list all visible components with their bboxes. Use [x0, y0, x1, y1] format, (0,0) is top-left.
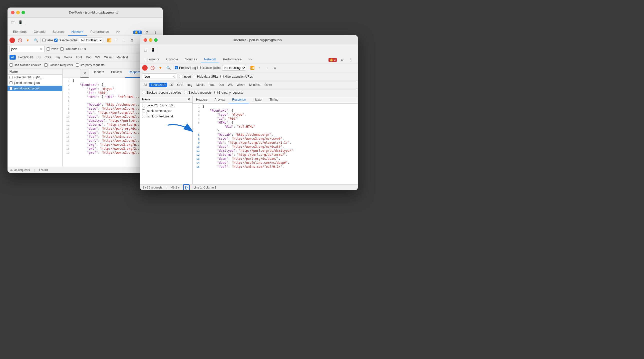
back-filter-all[interactable]: All	[10, 55, 16, 60]
front-tab-network[interactable]: Network	[201, 56, 220, 63]
front-file-checkbox-1[interactable]	[142, 109, 145, 112]
front-filter-other[interactable]: Other	[263, 83, 273, 87]
back-inspect-icon[interactable]: ⬚	[10, 19, 16, 26]
front-filter-manifest[interactable]: Manifest	[248, 83, 262, 87]
front-filter-fetch[interactable]: Fetch/XHR	[149, 83, 167, 87]
front-dtab-response[interactable]: Response	[229, 96, 249, 103]
back-preserve-log-label[interactable]: false	[42, 39, 53, 42]
front-file-item-2[interactable]: jsonldcontext.jsonld	[140, 114, 192, 119]
back-preserve-log-checkbox[interactable]	[42, 39, 46, 42]
back-close-button[interactable]	[11, 11, 15, 14]
front-hide-ext-urls-label[interactable]: Hide extension URLs	[220, 75, 253, 78]
front-hide-ext-urls-checkbox[interactable]	[220, 75, 224, 78]
back-throttling-select[interactable]: No throttling	[79, 38, 103, 43]
back-third-party-checkbox[interactable]	[76, 63, 79, 67]
back-file-item-1[interactable]: jsonld-schema.json	[8, 80, 62, 86]
front-filter-btn[interactable]: ▼	[157, 65, 164, 71]
back-file-item-0[interactable]: collect?v=1&_v=j10...	[8, 75, 62, 80]
front-third-party[interactable]: 3rd-party requests	[214, 91, 243, 94]
back-blocked-cookies-checkbox[interactable]	[10, 63, 13, 67]
front-minimize-button[interactable]	[149, 38, 152, 42]
front-pretty-print-btn[interactable]: {}	[183, 184, 190, 191]
front-file-checkbox-2[interactable]	[142, 115, 145, 118]
front-filter-media[interactable]: Media	[195, 83, 206, 87]
front-record-btn[interactable]	[142, 65, 148, 71]
front-throttling-select[interactable]: No throttling	[222, 65, 246, 71]
front-download-btn[interactable]: ↓	[264, 65, 270, 71]
back-tab-sources[interactable]: Sources	[49, 28, 68, 36]
back-tab-performance[interactable]: Performance	[87, 28, 112, 36]
front-filter-ws[interactable]: WS	[226, 83, 234, 87]
back-more-btn[interactable]: ⋮	[152, 29, 159, 36]
back-gear-btn[interactable]: ⚙	[129, 37, 135, 44]
front-maximize-button[interactable]	[154, 38, 158, 42]
front-blocked-requests[interactable]: Blocked requests	[184, 91, 211, 94]
back-tab-more[interactable]: >>	[113, 28, 123, 36]
front-tab-console[interactable]: Console	[163, 56, 182, 63]
front-invert-label[interactable]: Invert	[179, 75, 191, 78]
back-has-blocked-cookies[interactable]: Has blocked cookies	[10, 63, 41, 67]
back-dtab-headers[interactable]: Headers	[89, 69, 108, 78]
back-tab-console[interactable]: Console	[30, 28, 49, 36]
back-file-item-2[interactable]: jsonldcontext.jsonld	[8, 86, 62, 91]
front-search-box[interactable]: ✕	[142, 73, 177, 80]
back-maximize-button[interactable]	[22, 11, 25, 14]
front-disable-cache-checkbox[interactable]	[197, 66, 201, 69]
front-close-button[interactable]	[144, 38, 147, 42]
front-hide-data-urls-label[interactable]: Hide data URLs	[193, 75, 218, 78]
back-search-clear[interactable]: ✕	[40, 47, 43, 51]
back-settings-btn[interactable]: ⚙	[144, 29, 150, 36]
front-gear-btn[interactable]: ⚙	[272, 65, 278, 71]
front-blocked-response-cookies[interactable]: Blocked response cookies	[142, 91, 181, 94]
back-disable-cache-checkbox[interactable]	[54, 39, 58, 42]
back-filter-media[interactable]: Media	[62, 55, 74, 60]
back-filter-doc[interactable]: Doc	[84, 55, 93, 60]
back-minimize-button[interactable]	[16, 11, 20, 14]
back-file-checkbox-2[interactable]	[10, 87, 13, 90]
back-detail-close[interactable]: ✕	[80, 69, 89, 78]
back-hide-data-urls-checkbox[interactable]	[60, 47, 64, 51]
back-filter-css[interactable]: CSS	[43, 55, 52, 60]
front-file-list-close[interactable]: ✕	[187, 97, 190, 101]
back-file-checkbox-1[interactable]	[10, 81, 13, 84]
front-tab-elements[interactable]: Elements	[142, 56, 163, 63]
back-search-input[interactable]	[11, 47, 39, 51]
back-tab-network[interactable]: Network	[68, 28, 87, 36]
front-device-icon[interactable]: 📱	[150, 47, 156, 53]
back-invert-label[interactable]: Invert	[47, 47, 58, 51]
front-preserve-log-label[interactable]: Preserve log	[175, 66, 196, 70]
front-invert-checkbox[interactable]	[179, 75, 182, 78]
back-filter-font[interactable]: Font	[74, 55, 83, 60]
back-third-party[interactable]: 3rd-party requests	[76, 63, 104, 67]
front-dtab-headers[interactable]: Headers	[193, 96, 211, 103]
back-disable-cache-label[interactable]: Disable cache	[54, 39, 77, 42]
front-dtab-preview[interactable]: Preview	[211, 96, 229, 103]
front-file-item-0[interactable]: collect?v=1&_v=j10...	[140, 103, 192, 108]
front-filter-wasm[interactable]: Wasm	[235, 83, 247, 87]
back-search-btn[interactable]: 🔍	[33, 37, 39, 44]
front-blocked-requests-checkbox[interactable]	[184, 91, 187, 94]
back-dtab-preview[interactable]: Preview	[108, 69, 125, 78]
front-dtab-initiator[interactable]: Initiator	[249, 96, 266, 103]
back-filter-img[interactable]: Img	[53, 55, 61, 60]
front-upload-btn[interactable]: ↑	[256, 65, 262, 71]
front-search-btn[interactable]: 🔍	[165, 65, 172, 71]
front-filter-img[interactable]: Img	[186, 83, 194, 87]
front-clear-btn[interactable]: 🚫	[149, 65, 156, 71]
front-file-checkbox-0[interactable]	[142, 104, 145, 107]
back-blocked-requests[interactable]: Blocked Requests	[44, 63, 73, 67]
front-filter-js[interactable]: JS	[168, 83, 175, 87]
back-file-checkbox-0[interactable]	[10, 76, 13, 79]
front-tab-performance[interactable]: Performance	[219, 56, 245, 63]
back-filter-wasm[interactable]: Wasm	[103, 55, 114, 60]
front-settings-btn[interactable]: ⚙	[339, 57, 345, 63]
back-device-icon[interactable]: 📱	[17, 19, 24, 26]
front-filter-css[interactable]: CSS	[176, 83, 185, 87]
back-filter-js[interactable]: JS	[36, 55, 42, 60]
front-filter-doc[interactable]: Doc	[217, 83, 225, 87]
back-upload-btn[interactable]: ↑	[113, 37, 119, 44]
back-clear-btn[interactable]: 🚫	[17, 37, 23, 44]
front-blocked-response-cookies-checkbox[interactable]	[142, 91, 145, 94]
back-filter-fetch[interactable]: Fetch/XHR	[17, 55, 35, 60]
front-tab-sources[interactable]: Sources	[182, 56, 201, 63]
